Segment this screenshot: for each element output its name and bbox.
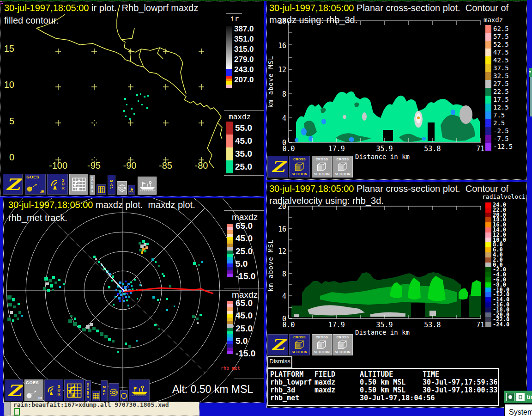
goes-ir-button[interactable]: GOES .IR bbox=[24, 379, 43, 401]
legend-divider bbox=[226, 13, 242, 14]
cross-section-button[interactable]: CROSS SECTION bbox=[332, 156, 353, 177]
colorbar-segment bbox=[485, 49, 491, 56]
table-cell: rhb_met bbox=[270, 394, 299, 402]
small-grid-button[interactable] bbox=[92, 391, 100, 401]
cross-label: CROSS bbox=[293, 336, 306, 339]
tick-label: 315.0 bbox=[234, 45, 254, 54]
colorbar-segment bbox=[485, 277, 491, 282]
altitude-status-label: Alt: 0.50 km MSL bbox=[172, 383, 253, 396]
tick-label: -15.0 bbox=[236, 349, 255, 359]
map-button[interactable]: MAP bbox=[108, 175, 115, 195]
cross-label: CROSS bbox=[316, 336, 328, 339]
colorbar-segment bbox=[485, 88, 491, 96]
y-axis-label: km above MSL bbox=[267, 239, 274, 291]
cube-icon bbox=[316, 161, 328, 172]
tick-label: 35.0 bbox=[235, 149, 252, 159]
plot-title-text: Planar cross-section plot. Contour of bbox=[354, 184, 508, 194]
colorbar-maxdz-2 bbox=[227, 301, 233, 354]
plot-title-text: ir plot. Rhb_lowprf maxdz bbox=[89, 3, 198, 13]
tick-label: -100 bbox=[43, 160, 73, 171]
gear-button[interactable] bbox=[117, 181, 127, 195]
zebra-logo-button[interactable]: Z bbox=[267, 156, 288, 177]
table-row: rhb_met30-Jul-97,18:04:56 bbox=[268, 394, 498, 402]
tick-label: 387.0 bbox=[234, 24, 254, 34]
colorbar-segment bbox=[226, 160, 233, 173]
terminal-window[interactable]: rain:beaufait:167>xdump.all 970730.1805.… bbox=[4, 402, 200, 416]
table-cell: rhb_3d bbox=[270, 386, 295, 394]
section-label: SECTION bbox=[292, 172, 308, 176]
table-cell: ALTITUDE bbox=[360, 370, 393, 379]
goes-label: GOES bbox=[26, 380, 39, 385]
bounds-button[interactable]: BOUNDS bbox=[90, 175, 95, 195]
tick-label: 35.9 bbox=[370, 145, 399, 153]
cross-section-button[interactable]: CROSS SECTION bbox=[332, 334, 353, 355]
cross-section-button-active[interactable]: CROSS SECTION bbox=[289, 156, 310, 177]
section-label: SECTION bbox=[314, 172, 330, 176]
grid-radar-button[interactable] bbox=[64, 379, 84, 401]
zebra-logo-button[interactable]: Z bbox=[3, 174, 23, 195]
table-cell: FIELD bbox=[314, 370, 335, 379]
window-iconify-button[interactable] bbox=[516, 393, 525, 401]
grid-cross-markers bbox=[55, 49, 204, 163]
radar-echo-cells bbox=[7, 240, 203, 353]
section-label: SECTION bbox=[335, 350, 351, 354]
colorbar-segment bbox=[227, 304, 233, 307]
colorbar-maxdz bbox=[485, 25, 491, 151]
colorbar-radialvelocity bbox=[485, 202, 491, 327]
gear-button[interactable] bbox=[109, 383, 119, 401]
colorbar-segment bbox=[227, 328, 233, 331]
goes-ir-button[interactable]: GOES .IR bbox=[25, 174, 46, 195]
ppi-plot-canvas[interactable] bbox=[4, 198, 264, 403]
bounds-button[interactable]: BOUNDS bbox=[85, 380, 91, 401]
colorbar-segment bbox=[227, 321, 233, 324]
zebra-logo-button[interactable]: Z bbox=[267, 334, 288, 355]
colorbar-segment bbox=[485, 135, 491, 143]
cross-section-button[interactable]: CROSS SECTION bbox=[312, 334, 332, 355]
colorbar-ir bbox=[226, 26, 232, 69]
legend-divider bbox=[224, 175, 264, 176]
table-cell: TIME bbox=[423, 370, 439, 379]
cross-section-button[interactable]: CROSS SECTION bbox=[312, 156, 332, 177]
colorbar-segment bbox=[227, 227, 233, 230]
zebra-logo-button[interactable]: Z bbox=[5, 379, 23, 401]
colorbar-segment bbox=[227, 341, 233, 344]
section-label: SECTION bbox=[335, 172, 351, 176]
surveillance-button[interactable]: SUR bbox=[44, 379, 63, 401]
terminal-scrollbar[interactable] bbox=[4, 402, 11, 416]
tick-label: -2.5 bbox=[493, 127, 509, 135]
ship-track-line bbox=[124, 288, 213, 294]
map-button[interactable]: MAP bbox=[101, 380, 108, 401]
dismiss-button[interactable]: Dismiss bbox=[267, 356, 292, 368]
colorbar-segment bbox=[226, 122, 233, 135]
colorbar-segment bbox=[485, 143, 491, 151]
tick-label: 12.5 bbox=[493, 104, 509, 111]
tick-label: 0.0 bbox=[274, 321, 303, 329]
circle-button[interactable] bbox=[120, 390, 128, 401]
cube-icon bbox=[316, 339, 328, 350]
timestamp: 30-jul-1997,18:05:00 bbox=[8, 200, 93, 210]
plot-title-line1: 30-jul-1997,18:05:00 maxdz plot. maxdz p… bbox=[8, 200, 195, 210]
cross-section-button-active[interactable]: CROSS SECTION bbox=[289, 334, 310, 355]
colorbar-title-radialvelocity: radialvelocity bbox=[482, 193, 527, 200]
ship-button[interactable] bbox=[129, 379, 150, 401]
colorbar-segment bbox=[227, 263, 233, 267]
bounds-label: BOUNDS bbox=[87, 383, 90, 398]
background-window-corner: tim System bbox=[504, 391, 532, 416]
surveillance-button[interactable]: SUR bbox=[47, 174, 68, 195]
tick-label: 8 bbox=[274, 90, 286, 98]
satellite-icon bbox=[26, 182, 38, 193]
terminal-body[interactable]: rain:beaufait:167>xdump.all 970730.1805.… bbox=[11, 402, 199, 416]
colorbar-title-maxdz: maxdz bbox=[484, 16, 503, 24]
ship-button[interactable] bbox=[138, 177, 157, 195]
tick-label: -90 bbox=[115, 160, 145, 171]
colorbar-segment bbox=[226, 81, 232, 85]
grid-radar-button[interactable] bbox=[69, 174, 88, 195]
small-grid-button[interactable] bbox=[97, 184, 106, 195]
corner-window-titlebar[interactable]: tim bbox=[504, 391, 532, 403]
legend-divider bbox=[224, 110, 264, 111]
window-menu-button[interactable] bbox=[506, 393, 514, 401]
tick-label: 32.5 bbox=[493, 72, 509, 80]
tick-label: -95 bbox=[79, 160, 109, 171]
grid-icon bbox=[98, 186, 105, 193]
buoy-button[interactable] bbox=[128, 185, 135, 195]
